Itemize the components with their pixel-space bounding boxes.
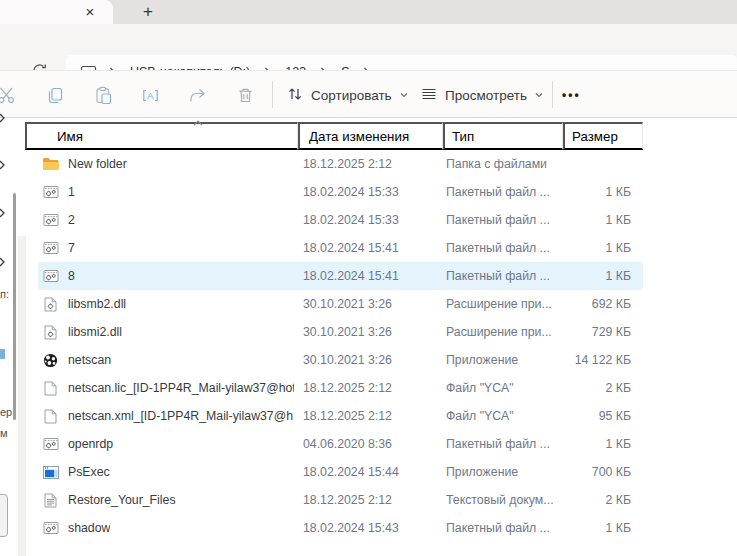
batch-file-icon	[42, 520, 59, 536]
column-header-type[interactable]: Тип	[443, 122, 563, 150]
file-size: 1 КБ	[559, 437, 639, 451]
file-name: shadow	[68, 521, 110, 535]
file-row[interactable]: netscan 30.10.2021 3:26 Приложение 14 12…	[38, 346, 643, 374]
cut-icon[interactable]	[0, 82, 20, 108]
nav-tree-chevron-icon[interactable]	[0, 204, 6, 214]
nav-pane-cropped-control	[0, 494, 8, 537]
file-size: 2 КБ	[559, 381, 639, 395]
view-button-label: Просмотреть	[445, 88, 527, 103]
file-row[interactable]: New folder 18.12.2025 2:12 Папка с файла…	[38, 150, 643, 178]
nav-tree-selected-fragment	[0, 349, 5, 359]
file-row[interactable]: 8 18.02.2024 15:41 Пакетный файл ... 1 К…	[38, 262, 643, 290]
file-type: Пакетный файл ...	[439, 213, 559, 227]
file-date-modified: 18.02.2024 15:41	[294, 241, 439, 255]
file-date-modified: 30.10.2021 3:26	[294, 297, 439, 311]
file-date-modified: 18.12.2025 2:12	[294, 157, 439, 171]
file-name: netscan.lic_[ID-1PP4R_Mail-yilaw37@hot..…	[68, 381, 294, 395]
file-size: 2 КБ	[559, 493, 639, 507]
nav-tree-chevron-icon[interactable]	[0, 156, 6, 166]
file-date-modified: 18.02.2024 15:33	[294, 185, 439, 199]
text-doc-icon	[42, 492, 59, 508]
nav-tree-label-fragment: п:	[0, 288, 9, 300]
copy-icon[interactable]	[42, 82, 68, 108]
file-row[interactable]: libsmb2.dll 30.10.2021 3:26 Расширение п…	[38, 290, 643, 318]
file-row[interactable]: openrdp 04.06.2020 8:36 Пакетный файл ..…	[38, 430, 643, 458]
file-type: Пакетный файл ...	[439, 269, 559, 283]
dll-file-icon	[42, 324, 59, 340]
view-lines-icon	[420, 85, 438, 106]
file-row[interactable]: Restore_Your_Files 18.12.2025 2:12 Текст…	[38, 486, 643, 514]
file-rows: New folder 18.12.2025 2:12 Папка с файла…	[25, 150, 737, 542]
column-header-row: Имя Дата изменения Тип Размер	[25, 122, 643, 150]
file-size: 95 КБ	[559, 409, 639, 423]
file-name: libsmb2.dll	[68, 297, 126, 311]
file-row[interactable]: PsExec 18.02.2024 15:44 Приложение 700 К…	[38, 458, 643, 486]
file-row[interactable]: 7 18.02.2024 15:41 Пакетный файл ... 1 К…	[38, 234, 643, 262]
file-size: 1 КБ	[559, 185, 639, 199]
command-toolbar: A Сортировать	[0, 70, 737, 118]
file-row[interactable]: libsmi2.dll 30.10.2021 3:26 Расширение п…	[38, 318, 643, 346]
file-row[interactable]: shadow 18.02.2024 15:43 Пакетный файл ..…	[38, 514, 643, 542]
sort-arrows-icon	[286, 85, 304, 106]
sort-button[interactable]: Сортировать	[280, 79, 415, 111]
file-name: Restore_Your_Files	[68, 493, 176, 507]
file-name: PsExec	[68, 465, 110, 479]
file-date-modified: 18.02.2024 15:43	[294, 521, 439, 535]
new-tab-icon[interactable]: +	[137, 1, 159, 23]
address-bar: USB-накопитель (D:) 123 S	[0, 24, 737, 70]
tab-bar: × +	[0, 0, 737, 24]
file-date-modified: 18.02.2024 15:44	[294, 465, 439, 479]
file-date-modified: 30.10.2021 3:26	[294, 325, 439, 339]
file-name: netscan	[68, 353, 111, 367]
file-size: 1 КБ	[559, 213, 639, 227]
file-type: Приложение	[439, 465, 559, 479]
chevron-down-icon	[399, 88, 409, 103]
sort-ascending-icon	[192, 116, 204, 130]
share-icon[interactable]	[184, 82, 210, 108]
file-type: Пакетный файл ...	[439, 437, 559, 451]
nav-tree-label-fragment: м	[0, 427, 8, 439]
file-name: openrdp	[68, 437, 113, 451]
rename-icon[interactable]: A	[137, 82, 163, 108]
file-explorer-window: × + USB-накопитель (D:) 123	[0, 0, 737, 556]
plain-file-icon	[42, 408, 59, 424]
file-row[interactable]: netscan.xml_[ID-1PP4R_Mail-yilaw37@h... …	[38, 402, 643, 430]
file-size: 729 КБ	[559, 325, 639, 339]
delete-icon[interactable]	[232, 82, 258, 108]
view-button[interactable]: Просмотреть	[414, 79, 550, 111]
svg-text:A: A	[147, 89, 154, 100]
file-row[interactable]: netscan.lic_[ID-1PP4R_Mail-yilaw37@hot..…	[38, 374, 643, 402]
file-type: Пакетный файл ...	[439, 241, 559, 255]
nav-pane-scrollbar[interactable]	[13, 193, 16, 420]
file-name: 7	[68, 241, 75, 255]
column-header-size[interactable]: Размер	[563, 122, 643, 150]
file-row[interactable]: 1 18.02.2024 15:33 Пакетный файл ... 1 К…	[38, 178, 643, 206]
sort-button-label: Сортировать	[311, 88, 392, 103]
nav-tree-label-fragment: ер	[0, 406, 12, 418]
chevron-down-icon	[534, 88, 544, 103]
file-size: 692 КБ	[559, 297, 639, 311]
file-size: 14 122 КБ	[559, 353, 639, 367]
batch-file-icon	[42, 184, 59, 200]
file-date-modified: 18.02.2024 15:33	[294, 213, 439, 227]
file-name: libsmi2.dll	[68, 325, 122, 339]
more-options-icon[interactable]: •••	[562, 79, 581, 111]
file-type: Приложение	[439, 353, 559, 367]
column-header-name[interactable]: Имя	[25, 122, 298, 150]
file-name: netscan.xml_[ID-1PP4R_Mail-yilaw37@h...	[68, 409, 294, 423]
nav-tree-chevron-icon[interactable]	[0, 253, 6, 263]
file-type: Файл "YCA"	[439, 409, 559, 423]
batch-file-icon	[42, 436, 59, 452]
column-header-date[interactable]: Дата изменения	[298, 122, 443, 150]
file-date-modified: 18.12.2025 2:12	[294, 493, 439, 507]
nav-pane-gutter	[18, 236, 25, 556]
folder-icon	[42, 156, 59, 172]
file-type: Пакетный файл ...	[439, 521, 559, 535]
tab-close-icon[interactable]: ×	[80, 2, 100, 22]
file-row[interactable]: 2 18.02.2024 15:33 Пакетный файл ... 1 К…	[38, 206, 643, 234]
paste-icon[interactable]	[90, 82, 116, 108]
netscan-app-icon	[42, 352, 59, 368]
nav-tree-chevron-icon[interactable]	[0, 109, 6, 119]
file-date-modified: 18.12.2025 2:12	[294, 381, 439, 395]
file-name: 1	[68, 185, 75, 199]
